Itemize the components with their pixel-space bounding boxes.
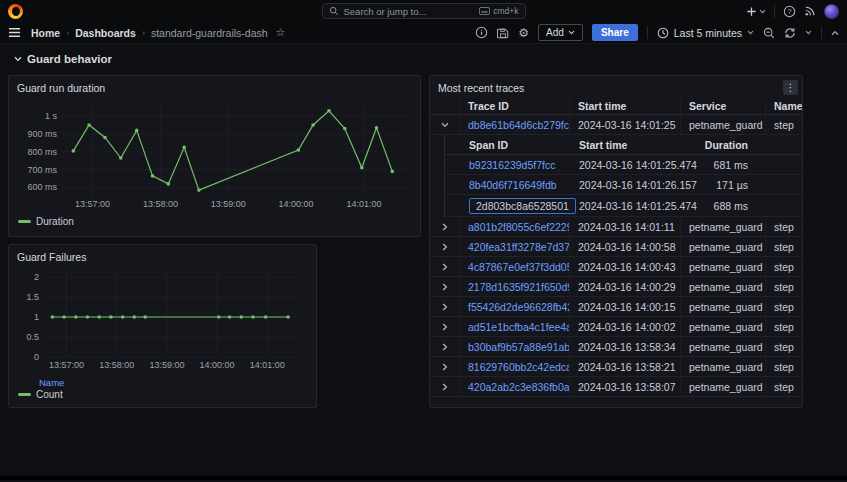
trace-id-link[interactable]: f55426d2de96628fb42... (468, 301, 570, 313)
breadcrumb-dashboards[interactable]: Dashboards (75, 27, 136, 39)
trace-name: step (766, 357, 802, 376)
svg-text:13:57:00: 13:57:00 (49, 360, 84, 370)
refresh-interval-button[interactable] (805, 30, 812, 35)
breadcrumb-home[interactable]: Home (31, 27, 60, 39)
expand-row-button[interactable] (430, 317, 460, 336)
news-rss-icon (804, 5, 816, 17)
chevron-down-icon (441, 122, 449, 128)
trace-start-time: 2024-03-16 14:00:43 (570, 257, 681, 276)
col-start-time[interactable]: Start time (570, 98, 681, 114)
span-id-link[interactable]: 8b40d6f716649fdb (469, 179, 557, 191)
refresh-button[interactable] (784, 27, 796, 39)
collapse-row-button[interactable] (430, 115, 460, 134)
duration-chart[interactable]: 13:57:0013:58:0013:59:0014:00:0014:01:00… (16, 96, 415, 212)
field-name-link[interactable]: Name (39, 377, 316, 388)
col-trace-id[interactable]: Trace ID (460, 98, 570, 114)
expand-row-button[interactable] (430, 237, 460, 256)
mega-menu-button[interactable] (8, 27, 21, 38)
zoom-out-button[interactable] (763, 27, 775, 39)
trace-name: step (766, 317, 802, 336)
grafana-logo-icon[interactable] (8, 4, 23, 19)
help-icon: ? (783, 5, 796, 18)
trace-id-link[interactable]: 420fea31ff3278e7d37f... (468, 241, 570, 253)
chevron-down-icon (14, 56, 22, 62)
trace-service: petname_guard (681, 257, 766, 276)
collapse-toolbar-button[interactable] (831, 30, 839, 36)
expand-row-button[interactable] (430, 337, 460, 356)
keyboard-shortcut-badge: cmd+k (479, 6, 518, 16)
trace-id-link[interactable]: a801b2f8055c6ef2229... (468, 221, 570, 233)
trace-start-time: 2024-03-16 14:00:15 (570, 297, 681, 316)
search-input[interactable]: Search or jump to... cmd+k (322, 3, 526, 19)
svg-text:14:00:00: 14:00:00 (279, 199, 314, 209)
span-duration: 681 ms (682, 159, 756, 171)
trace-start-time: 2024-03-16 14:00:58 (570, 237, 681, 256)
breadcrumb-separator: › (66, 28, 69, 38)
expand-row-button[interactable] (430, 217, 460, 236)
table-row: ad51e1bcfba4c1fee4af3... 2024-03-16 14:0… (430, 317, 802, 337)
span-row: 8b40d6f716649fdb 2024-03-16 14:01:26.157… (445, 175, 802, 195)
svg-text:14:01:00: 14:01:00 (250, 360, 285, 370)
span-id-link-focused[interactable]: 2d803bc8a6528501 (469, 198, 576, 214)
svg-text:2: 2 (34, 272, 39, 282)
trace-id-link[interactable]: db8e61b64d6cb279fc1... (468, 119, 570, 131)
panel-title[interactable]: Guard Failures (9, 245, 316, 265)
panel-title[interactable]: Most recent traces (430, 76, 802, 96)
col-service[interactable]: Service (681, 98, 766, 114)
breadcrumb: Home › Dashboards › standard-guardrails-… (31, 26, 285, 39)
span-id-link[interactable]: b92316239d5f7fcc (469, 159, 555, 171)
trace-id-link[interactable]: 2178d1635f921f650d94... (468, 281, 570, 293)
legend-item-count[interactable]: Count (9, 389, 316, 400)
expand-row-button[interactable] (430, 377, 460, 396)
expand-row-button[interactable] (430, 257, 460, 276)
trace-name: step (766, 277, 802, 296)
legend-label: Count (36, 389, 63, 400)
row-guard-behavior[interactable]: Guard behavior (14, 53, 112, 65)
trace-start-time: 2024-03-16 14:01:25 (570, 115, 681, 134)
settings-button[interactable]: ⚙ (518, 26, 529, 40)
chevron-right-icon (442, 243, 448, 251)
chevron-right-icon (442, 223, 448, 231)
trace-id-link[interactable]: 420a2ab2c3e836fb0aa... (468, 381, 570, 393)
chevron-up-icon (831, 30, 839, 36)
news-button[interactable] (804, 5, 816, 17)
time-range-label: Last 5 minutes (674, 27, 742, 39)
trace-id-link[interactable]: ad51e1bcfba4c1fee4af3... (468, 321, 570, 333)
col-span-start: Start time (571, 139, 682, 151)
span-duration: 171 µs (682, 179, 756, 191)
panel-menu-button[interactable]: ⋮ (783, 80, 798, 95)
chevron-down-icon (568, 30, 575, 35)
expand-row-button[interactable] (430, 277, 460, 296)
share-button[interactable]: Share (592, 24, 638, 41)
trace-service: petname_guard (681, 337, 766, 356)
add-button[interactable]: Add (538, 24, 583, 41)
chevron-down-icon (747, 30, 754, 35)
save-button[interactable] (497, 27, 509, 39)
table-header-row: Trace ID Start time Service Name (430, 98, 802, 115)
table-row: f55426d2de96628fb42... 2024-03-16 14:00:… (430, 297, 802, 317)
expand-row-button[interactable] (430, 297, 460, 316)
svg-text:14:00:00: 14:00:00 (200, 360, 235, 370)
favorite-star-button[interactable]: ☆ (276, 26, 286, 39)
user-avatar[interactable] (824, 4, 839, 19)
row-title: Guard behavior (27, 53, 112, 65)
legend-item-duration[interactable]: Duration (9, 216, 420, 227)
trace-name: step (766, 115, 802, 134)
failures-chart[interactable]: 13:57:0013:58:0013:59:0014:00:0014:01:00… (16, 265, 311, 373)
time-range-picker[interactable]: Last 5 minutes (657, 27, 754, 39)
trace-id-link[interactable]: b30baf9b57a88e91ab5... (468, 341, 570, 353)
new-button[interactable] (746, 6, 766, 17)
insights-button[interactable] (475, 26, 488, 39)
trace-id-link[interactable]: 81629760bb2c42edcae... (468, 361, 570, 373)
trace-name: step (766, 337, 802, 356)
svg-text:?: ? (787, 7, 791, 16)
trace-id-link[interactable]: 4c87867e0ef37f3dd05... (468, 261, 570, 273)
col-name[interactable]: Name (766, 98, 802, 114)
table-row: 2178d1635f921f650d94... 2024-03-16 14:00… (430, 277, 802, 297)
svg-text:14:01:00: 14:01:00 (346, 199, 381, 209)
expand-row-button[interactable] (430, 357, 460, 376)
chevron-down-icon (759, 9, 766, 14)
help-button[interactable]: ? (783, 5, 796, 18)
panel-title[interactable]: Guard run duration (9, 76, 420, 96)
trace-start-time: 2024-03-16 13:58:21 (570, 357, 681, 376)
